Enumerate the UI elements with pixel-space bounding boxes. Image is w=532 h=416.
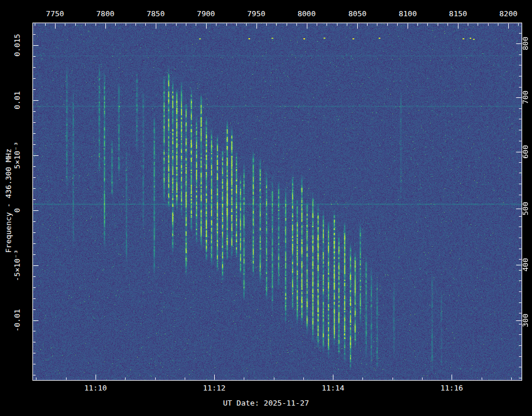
top-tick-label: 7750 <box>32 9 78 19</box>
bottom-tick-label: 11:10 <box>72 384 119 393</box>
right-tick-label: 700 <box>521 74 530 121</box>
left-tick-label: -0.01 <box>13 297 22 344</box>
left-tick-label: 0 <box>13 187 22 233</box>
spectrogram-canvas <box>33 23 522 380</box>
top-tick-label: 7850 <box>133 9 179 19</box>
spectrogram-page: Frequency - 436.300 MHz 7750780078507900… <box>0 0 532 416</box>
top-tick-label: 8150 <box>435 9 481 19</box>
x-axis-title: UT Date: 2025-11-27 <box>0 399 532 407</box>
bottom-tick-label: 11:14 <box>310 384 356 393</box>
left-tick-label: -5×10⁻³ <box>13 242 22 289</box>
top-tick-label: 8000 <box>284 9 330 19</box>
top-tick-label: 8100 <box>384 9 431 19</box>
y-axis-title: Frequency - 436.300 MHz <box>4 114 13 288</box>
bottom-tick-label: 11:12 <box>191 384 237 393</box>
top-tick-label: 7950 <box>233 9 280 19</box>
right-tick-label: 800 <box>521 20 530 67</box>
left-tick-label: 0.01 <box>13 77 22 123</box>
top-tick-label: 8050 <box>334 9 380 19</box>
top-tick-label: 8200 <box>485 9 531 19</box>
top-tick-label: 7900 <box>183 9 229 19</box>
right-tick-label: 400 <box>521 242 530 288</box>
plot-frame <box>32 23 522 381</box>
right-tick-label: 500 <box>521 185 530 232</box>
top-tick-label: 7800 <box>82 9 129 19</box>
right-tick-label: 600 <box>521 129 530 175</box>
left-tick-label: 5×10⁻³ <box>13 132 22 178</box>
right-tick-label: 300 <box>521 297 530 344</box>
bottom-tick-label: 11:16 <box>428 384 475 393</box>
left-tick-label: 0.015 <box>13 22 22 68</box>
